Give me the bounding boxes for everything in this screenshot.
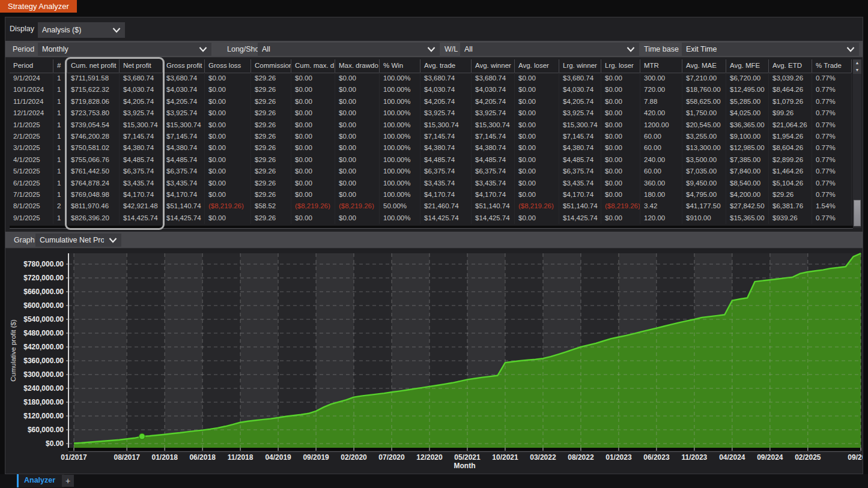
table-row[interactable]: 10/1/20241$715,622.32$4,030.74$4,030.74$… bbox=[10, 84, 852, 95]
scroll-down-button[interactable]: ▼ bbox=[853, 67, 861, 74]
chart-marker-point[interactable] bbox=[139, 433, 145, 439]
cell: $0.00 bbox=[205, 107, 251, 119]
table-row[interactable]: 9/1/20241$711,591.58$3,680.74$3,680.74$0… bbox=[10, 73, 852, 84]
table-row[interactable]: 1/1/20251$739,054.54$15,300.74$15,300.74… bbox=[10, 119, 852, 131]
cell: 1 bbox=[53, 154, 67, 166]
column-header-avg-mfe[interactable]: Avg. MFE bbox=[726, 59, 769, 73]
cell: $3,255.00 bbox=[682, 131, 726, 142]
column-header-gross-profit[interactable]: Gross profit bbox=[163, 59, 205, 73]
x-axis-title: Month bbox=[454, 462, 476, 470]
cell: 100.00% bbox=[380, 154, 420, 166]
long-short-dropdown[interactable]: All bbox=[258, 43, 440, 56]
cell: $3,500.00 bbox=[682, 154, 726, 166]
cell: $0.00 bbox=[515, 142, 559, 154]
cell: $0.00 bbox=[291, 73, 335, 84]
table-row[interactable]: 12/1/20241$723,753.80$3,925.74$3,925.74$… bbox=[10, 107, 852, 119]
cell: 60.00 bbox=[640, 142, 682, 154]
column-header-cum-net-profit[interactable]: Cum. net profit bbox=[67, 59, 120, 73]
win-loss-dropdown[interactable]: All bbox=[460, 43, 639, 56]
cell: 100.00% bbox=[380, 178, 420, 189]
time-base-label: Time base bbox=[644, 45, 679, 53]
cell: ($8,219.26) bbox=[291, 200, 335, 212]
column-header-avg-trade[interactable]: Avg. trade bbox=[420, 59, 472, 73]
cell: 0.77% bbox=[812, 166, 852, 177]
cell: $29.26 bbox=[251, 84, 291, 95]
column-header-cum-max-d[interactable]: Cum. max. d bbox=[291, 59, 335, 73]
cell: $739,054.54 bbox=[67, 119, 120, 131]
cell: $0.00 bbox=[291, 212, 335, 224]
cell: $4,170.74 bbox=[559, 189, 601, 200]
cell: $6,720.00 bbox=[726, 73, 769, 84]
graph-dropdown[interactable]: Cumulative Net Profit bbox=[35, 233, 121, 247]
cell: $27,842.50 bbox=[726, 200, 769, 212]
cell: 0.77% bbox=[812, 84, 852, 95]
table-row[interactable]: 8/1/20252$811,970.46$42,921.48$51,140.74… bbox=[10, 200, 852, 212]
table-row[interactable]: 6/1/20251$764,878.24$3,435.74$3,435.74$0… bbox=[10, 178, 852, 189]
scrollbar-thumb[interactable] bbox=[854, 200, 861, 226]
table-row[interactable]: 7/1/20251$769,048.98$4,170.74$4,170.74$0… bbox=[10, 189, 852, 200]
cell: $4,205.74 bbox=[163, 96, 205, 107]
cell: 0.77% bbox=[812, 189, 852, 200]
cell: $9,100.00 bbox=[726, 131, 769, 142]
table-row[interactable]: 5/1/20251$761,442.50$6,375.74$6,375.74$0… bbox=[10, 166, 852, 177]
cell: 100.00% bbox=[380, 84, 420, 95]
column-header-lrg-winner[interactable]: Lrg. winner bbox=[559, 59, 601, 73]
cell: $0.00 bbox=[335, 154, 380, 166]
table-row[interactable]: 4/1/20251$755,066.76$4,485.74$4,485.74$0… bbox=[10, 154, 852, 166]
x-axis-tick-label: 01/2018 bbox=[151, 453, 178, 462]
column-header-avg-etd[interactable]: Avg. ETD bbox=[769, 59, 812, 73]
cell: $4,030.74 bbox=[120, 84, 163, 95]
table-row[interactable]: 11/1/20241$719,828.06$4,205.74$4,205.74$… bbox=[10, 96, 852, 107]
plot-band bbox=[165, 253, 202, 448]
cell: $3,680.74 bbox=[420, 73, 472, 84]
column-header-net-profit[interactable]: Net profit bbox=[120, 59, 163, 73]
cumulative-net-profit-chart[interactable]: $0.00$60,000.00$120,000.00$180,000.00$24… bbox=[5, 249, 863, 473]
cell: $9,450.00 bbox=[682, 178, 726, 189]
cell: $910.00 bbox=[682, 212, 726, 224]
cell: $29.26 bbox=[251, 73, 291, 84]
cell: $4,170.74 bbox=[420, 189, 472, 200]
column-header--win[interactable]: % Win bbox=[380, 59, 420, 73]
y-axis-tick-label: $480,000.00 bbox=[23, 329, 64, 337]
column-header-avg-winner[interactable]: Avg. winner bbox=[472, 59, 515, 73]
cell: $6,375.74 bbox=[420, 166, 472, 177]
cell: $0.00 bbox=[205, 73, 251, 84]
cell: $7,210.00 bbox=[682, 73, 726, 84]
cell: $7,145.74 bbox=[420, 131, 472, 142]
cell: $0.00 bbox=[601, 84, 640, 95]
plot-band bbox=[202, 253, 240, 448]
cell: $29.26 bbox=[251, 131, 291, 142]
table-scrollbar[interactable]: ▲ ▼ bbox=[853, 59, 861, 228]
display-dropdown-value: Analysis ($) bbox=[42, 26, 81, 34]
scroll-up-button[interactable]: ▲ bbox=[853, 59, 861, 67]
analysis-table-header: Period#Cum. net profitNet profitGross pr… bbox=[10, 59, 852, 73]
tab-analyzer[interactable]: Analyzer bbox=[17, 474, 64, 487]
cell: $769,048.98 bbox=[67, 189, 120, 200]
column-header--trade[interactable]: % Trade bbox=[812, 59, 852, 73]
cell: 0.77% bbox=[812, 178, 852, 189]
x-axis-tick-label: 09/2024 bbox=[757, 453, 783, 462]
y-axis-title: Cumulative profit ($) bbox=[10, 319, 17, 382]
y-axis-tick-label: $420,000.00 bbox=[23, 343, 64, 351]
table-row[interactable]: 3/1/20251$750,581.02$4,380.74$4,380.74$0… bbox=[10, 142, 852, 154]
add-tab-button[interactable]: + bbox=[62, 475, 74, 487]
table-row[interactable]: 2/1/20251$746,200.28$7,145.74$7,145.74$0… bbox=[10, 131, 852, 142]
column-header-avg-mae[interactable]: Avg. MAE bbox=[682, 59, 726, 73]
column-header-avg-loser[interactable]: Avg. loser bbox=[515, 59, 559, 73]
column-header-max-drawdo[interactable]: Max. drawdo bbox=[335, 59, 380, 73]
cell: $15,300.74 bbox=[120, 119, 163, 131]
cell: $3,925.74 bbox=[472, 107, 515, 119]
column-header-mtr[interactable]: MTR bbox=[640, 59, 682, 73]
display-dropdown[interactable]: Analysis ($) bbox=[38, 22, 125, 38]
tab-strategy-analyzer[interactable]: Strategy Analyzer bbox=[0, 0, 77, 13]
column-header-period[interactable]: Period bbox=[10, 59, 53, 73]
column-header--[interactable]: # bbox=[53, 59, 67, 73]
column-header-gross-loss[interactable]: Gross loss bbox=[205, 59, 251, 73]
cell: $0.00 bbox=[601, 73, 640, 84]
column-header-lrg-loser[interactable]: Lrg. loser bbox=[601, 59, 640, 73]
column-header-commission[interactable]: Commission bbox=[251, 59, 291, 73]
table-row[interactable]: 9/1/20251$826,396.20$14,425.74$14,425.74… bbox=[10, 212, 852, 224]
time-base-dropdown[interactable]: Exit Time bbox=[682, 43, 859, 56]
period-dropdown[interactable]: Monthly bbox=[38, 43, 211, 56]
cell: $3,925.74 bbox=[120, 107, 163, 119]
